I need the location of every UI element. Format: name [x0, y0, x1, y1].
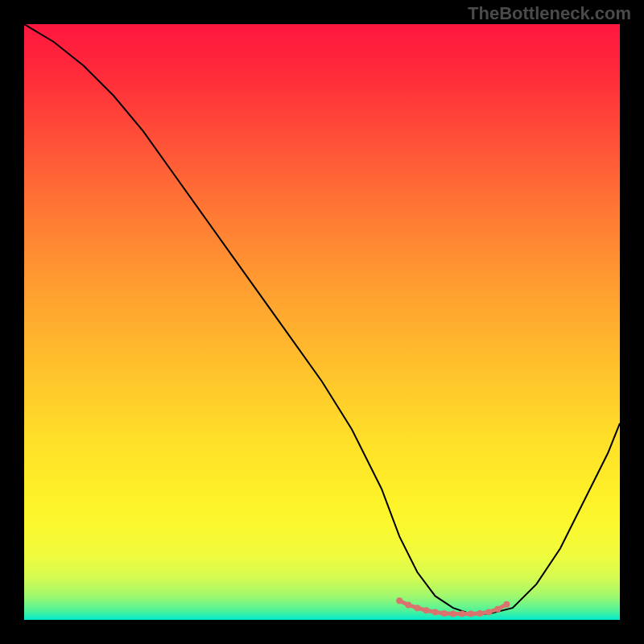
svg-point-5	[441, 610, 448, 617]
watermark-text: TheBottleneck.com	[468, 3, 631, 24]
svg-point-11	[494, 606, 501, 613]
chart-plot-area	[24, 24, 620, 620]
svg-point-2	[414, 605, 420, 611]
chart-svg	[24, 24, 620, 620]
svg-point-0	[396, 597, 402, 604]
bottleneck-curve-line	[24, 24, 620, 614]
svg-point-3	[423, 607, 430, 613]
svg-point-12	[503, 601, 510, 608]
svg-point-10	[485, 609, 492, 615]
svg-point-4	[432, 609, 439, 615]
svg-point-1	[405, 602, 411, 609]
svg-point-9	[477, 610, 483, 617]
svg-point-6	[450, 611, 456, 617]
svg-point-8	[468, 611, 474, 617]
svg-point-7	[459, 611, 465, 617]
